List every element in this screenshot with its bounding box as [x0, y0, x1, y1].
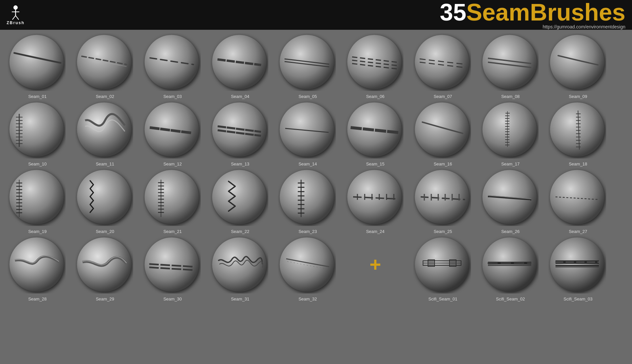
brush-label-seam26: Seam_26 — [501, 229, 520, 234]
sphere-scifi-seam02 — [481, 236, 539, 294]
sphere-seam10 — [8, 101, 66, 159]
brush-grid: Seam_01 — [0, 30, 632, 305]
sphere-seam15 — [345, 101, 403, 159]
sphere-seam06 — [345, 33, 403, 91]
brush-item-seam14[interactable]: Seam_14 — [275, 101, 340, 166]
svg-point-154 — [550, 238, 605, 292]
sphere-seam27 — [548, 168, 606, 226]
svg-point-0 — [14, 6, 18, 10]
brush-label-seam03: Seam_03 — [163, 94, 182, 99]
sphere-seam28 — [8, 236, 66, 294]
brush-label-seam02: Seam_02 — [96, 94, 114, 99]
sphere-seam17 — [481, 101, 539, 159]
brush-item-seam07[interactable]: Seam_07 — [410, 33, 475, 99]
sphere-seam23 — [278, 168, 336, 226]
brush-item-seam24[interactable]: Seam_24 — [343, 168, 408, 234]
brush-item-seam30[interactable]: Seam_30 — [140, 236, 205, 301]
logo-area: ZBrush — [7, 5, 25, 25]
brush-item-seam09[interactable]: Seam_09 — [546, 33, 610, 99]
sphere-seam19 — [8, 168, 66, 226]
brush-label-seam17: Seam_17 — [501, 161, 520, 166]
brush-label-seam19: Seam_19 — [28, 229, 47, 234]
sphere-seam18 — [548, 101, 606, 159]
brush-item-scifi-seam03[interactable]: Scifi_Seam_03 — [546, 236, 610, 301]
brush-item-seam21[interactable]: Seam_21 — [140, 168, 205, 234]
zbrush-logo-icon — [8, 5, 24, 21]
sphere-seam16 — [413, 101, 471, 159]
brush-item-seam32[interactable]: Seam_32 — [275, 236, 340, 301]
brush-label-seam07: Seam_07 — [434, 94, 452, 99]
svg-point-131 — [550, 170, 605, 224]
brush-item-seam10[interactable]: Seam_10 — [5, 101, 70, 166]
svg-point-45 — [415, 103, 469, 157]
svg-point-103 — [280, 170, 334, 224]
brush-item-seam25[interactable]: Seam_25 — [410, 168, 475, 234]
brush-item-seam23[interactable]: Seam_23 — [275, 168, 340, 234]
brush-item-seam04[interactable]: Seam_04 — [208, 33, 273, 99]
svg-point-101 — [212, 170, 267, 224]
sphere-seam32 — [278, 236, 336, 294]
sphere-scifi-seam01 — [413, 236, 471, 294]
brush-row-4: Seam_28 — [5, 236, 627, 301]
sphere-scifi-seam03 — [548, 236, 606, 294]
brush-label-seam12: Seam_12 — [163, 161, 182, 166]
svg-point-141 — [280, 238, 334, 292]
brush-item-seam22[interactable]: Seam_22 — [208, 168, 273, 234]
sphere-seam25 — [413, 168, 471, 226]
brush-item-seam12[interactable]: Seam_12 — [140, 101, 205, 166]
brush-label-scifi-seam01: Scifi_Seam_01 — [428, 296, 457, 301]
svg-line-3 — [12, 16, 16, 20]
brush-item-seam28[interactable]: Seam_28 — [5, 236, 70, 301]
svg-point-62 — [550, 103, 605, 157]
title-area: 35 Seam Brushes https://gumroad.com/envi… — [440, 0, 625, 29]
brush-label-seam10: Seam_10 — [28, 161, 47, 166]
brush-item-seam20[interactable]: Seam_20 — [73, 168, 137, 234]
sphere-seam29 — [75, 236, 133, 294]
logo-text: ZBrush — [7, 21, 25, 25]
brush-label-seam01: Seam_01 — [28, 94, 47, 99]
brush-item-seam27[interactable]: Seam_27 — [546, 168, 610, 234]
brush-item-seam11[interactable]: Seam_11 — [73, 101, 137, 166]
brush-item-seam05[interactable]: Seam_05 — [275, 33, 340, 99]
sphere-seam04 — [210, 33, 268, 91]
header: ZBrush 35 Seam Brushes https://gumroad.c… — [0, 0, 632, 30]
brush-item-seam26[interactable]: Seam_26 — [478, 168, 543, 234]
svg-point-10 — [145, 35, 199, 89]
brush-item-seam16[interactable]: Seam_16 — [410, 101, 475, 166]
sphere-seam26 — [481, 168, 539, 226]
brush-item-seam01[interactable]: Seam_01 — [5, 33, 70, 99]
brush-label-seam15: Seam_15 — [366, 161, 385, 166]
brush-item-seam15[interactable]: Seam_15 — [343, 101, 408, 166]
brush-item-seam29[interactable]: Seam_29 — [73, 236, 137, 301]
brush-item-seam19[interactable]: Seam_19 — [5, 168, 70, 234]
sphere-seam01 — [8, 33, 66, 91]
sphere-seam09 — [548, 33, 606, 91]
sphere-seam07 — [413, 33, 471, 91]
brush-item-seam08[interactable]: Seam_08 — [478, 33, 543, 99]
sphere-seam03 — [143, 33, 201, 91]
svg-point-22 — [550, 35, 605, 89]
brush-label-seam32: Seam_32 — [298, 296, 317, 301]
sphere-seam24 — [345, 168, 403, 226]
brush-label-seam13: Seam_13 — [231, 161, 249, 166]
brush-item-seam31[interactable]: Seam_31 — [208, 236, 273, 301]
plus-icon: + — [345, 236, 405, 294]
brush-label-seam05: Seam_05 — [298, 94, 317, 99]
sphere-seam31 — [210, 236, 268, 294]
brush-label-seam21: Seam_21 — [163, 229, 182, 234]
plus-symbol-item: + — [343, 236, 408, 301]
brush-item-seam13[interactable]: Seam_13 — [208, 101, 273, 166]
brush-item-scifi-seam01[interactable]: Scifi_Seam_01 — [410, 236, 475, 301]
brush-item-seam18[interactable]: Seam_18 — [546, 101, 610, 166]
brush-item-seam02[interactable]: Seam_02 — [73, 33, 137, 99]
sphere-seam08 — [481, 33, 539, 91]
brush-item-seam17[interactable]: Seam_17 — [478, 101, 543, 166]
brush-label-seam31: Seam_31 — [231, 296, 249, 301]
sphere-seam02 — [75, 33, 133, 91]
brush-label-seam04: Seam_04 — [231, 94, 249, 99]
brush-label-scifi-seam02: Scifi_Seam_02 — [496, 296, 525, 301]
brush-item-seam06[interactable]: Seam_06 — [343, 33, 408, 99]
brush-item-seam03[interactable]: Seam_03 — [140, 33, 205, 99]
brush-label-scifi-seam03: Scifi_Seam_03 — [563, 296, 592, 301]
brush-item-scifi-seam02[interactable]: Scifi_Seam_02 — [478, 236, 543, 301]
